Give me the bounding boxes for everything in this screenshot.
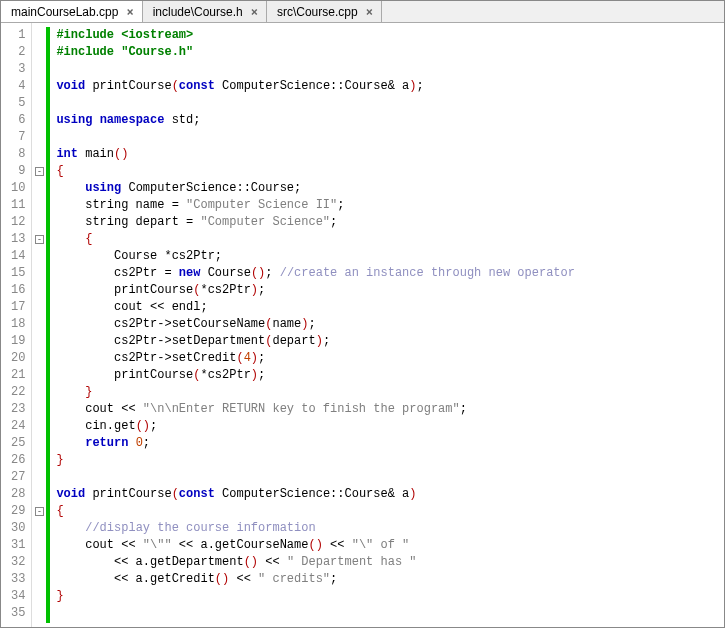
code-line[interactable]: return 0; [56, 435, 716, 452]
code-token: printCourse [85, 487, 171, 501]
code-line[interactable]: using namespace std; [56, 112, 716, 129]
code-token [251, 572, 258, 586]
code-token: << [114, 572, 128, 586]
close-icon[interactable]: × [364, 5, 375, 19]
code-token: ) [409, 487, 416, 501]
line-number: 19 [11, 333, 25, 350]
line-number: 7 [11, 129, 25, 146]
code-token: () [136, 419, 150, 433]
code-line[interactable] [56, 469, 716, 486]
code-line[interactable]: cs2Ptr->setDepartment(depart); [56, 333, 716, 350]
code-token: Course [344, 79, 387, 93]
code-line[interactable]: { [56, 503, 716, 520]
code-line[interactable] [56, 605, 716, 622]
fold-toggle-icon[interactable]: - [35, 507, 44, 516]
code-line[interactable]: cs2Ptr->setCourseName(name); [56, 316, 716, 333]
code-token: printCourse [56, 283, 193, 297]
code-token: ; [330, 572, 337, 586]
code-editor[interactable]: 1234567891011121314151617181920212223242… [1, 23, 724, 627]
fold-column: --- [32, 23, 46, 627]
fold-cell [32, 452, 46, 469]
code-line[interactable]: Course *cs2Ptr; [56, 248, 716, 265]
code-token: cs2Ptr [56, 317, 157, 331]
code-line[interactable]: } [56, 384, 716, 401]
code-line[interactable]: //display the course information [56, 520, 716, 537]
code-line[interactable]: printCourse(*cs2Ptr); [56, 367, 716, 384]
fold-cell [32, 486, 46, 503]
fold-cell [32, 180, 46, 197]
fold-toggle-icon[interactable]: - [35, 167, 44, 176]
code-token: a [395, 79, 409, 93]
code-line[interactable]: { [56, 231, 716, 248]
code-token: int [56, 147, 78, 161]
line-number: 13 [11, 231, 25, 248]
code-line[interactable]: int main() [56, 146, 716, 163]
fold-cell [32, 605, 46, 622]
code-token [56, 232, 85, 246]
tab-2[interactable]: src\Course.cpp× [267, 1, 382, 22]
code-line[interactable]: << a.getCredit() << " credits"; [56, 571, 716, 588]
code-line[interactable]: string depart = "Computer Science"; [56, 214, 716, 231]
code-token: } [56, 589, 63, 603]
code-line[interactable]: } [56, 452, 716, 469]
code-token: setCourseName [172, 317, 266, 331]
code-line[interactable]: #include <iostream> [56, 27, 716, 44]
code-token: using [85, 181, 121, 195]
close-icon[interactable]: × [124, 5, 135, 19]
code-token: . [107, 419, 114, 433]
code-area[interactable]: #include <iostream>#include "Course.h" v… [50, 23, 724, 627]
code-line[interactable]: printCourse(*cs2Ptr); [56, 282, 716, 299]
code-token: ( [172, 487, 179, 501]
code-token [136, 538, 143, 552]
code-token: a [128, 555, 142, 569]
code-line[interactable]: cout << "\"" << a.getCourseName() << "\"… [56, 537, 716, 554]
code-token: :: [330, 487, 344, 501]
fold-cell: - [32, 231, 46, 248]
tab-1[interactable]: include\Course.h× [143, 1, 267, 22]
code-token: ; [143, 436, 150, 450]
code-line[interactable]: } [56, 588, 716, 605]
fold-cell [32, 554, 46, 571]
line-number: 15 [11, 265, 25, 282]
tab-label: src\Course.cpp [277, 5, 358, 19]
code-line[interactable]: cout << endl; [56, 299, 716, 316]
code-token: #include <iostream> [56, 28, 193, 42]
code-line[interactable]: using ComputerScience::Course; [56, 180, 716, 197]
code-line[interactable]: #include "Course.h" [56, 44, 716, 61]
code-token [56, 521, 85, 535]
code-token: " Department has " [287, 555, 417, 569]
code-line[interactable]: void printCourse(const ComputerScience::… [56, 486, 716, 503]
code-line[interactable] [56, 61, 716, 78]
code-line[interactable] [56, 95, 716, 112]
line-number: 14 [11, 248, 25, 265]
code-line[interactable]: cout << "\n\nEnter RETURN key to finish … [56, 401, 716, 418]
code-token: getCourseName [215, 538, 309, 552]
fold-cell [32, 146, 46, 163]
fold-cell [32, 197, 46, 214]
code-line[interactable] [56, 129, 716, 146]
line-number: 16 [11, 282, 25, 299]
line-number: 10 [11, 180, 25, 197]
fold-cell [32, 418, 46, 435]
code-token [56, 572, 114, 586]
code-token: ) [251, 283, 258, 297]
line-number: 2 [11, 44, 25, 61]
fold-toggle-icon[interactable]: - [35, 235, 44, 244]
code-token: = [164, 266, 171, 280]
fold-cell [32, 61, 46, 78]
code-line[interactable]: cin.get(); [56, 418, 716, 435]
code-token: cout [56, 300, 150, 314]
tab-0[interactable]: mainCourseLab.cpp× [1, 1, 143, 22]
code-line[interactable]: { [56, 163, 716, 180]
code-line[interactable]: cs2Ptr = new Course(); //create an insta… [56, 265, 716, 282]
close-icon[interactable]: × [249, 5, 260, 19]
code-token: name [272, 317, 301, 331]
line-number: 27 [11, 469, 25, 486]
code-token [323, 538, 330, 552]
code-line[interactable]: string name = "Computer Science II"; [56, 197, 716, 214]
fold-cell [32, 44, 46, 61]
code-token: ; [337, 198, 344, 212]
code-line[interactable]: void printCourse(const ComputerScience::… [56, 78, 716, 95]
code-line[interactable]: cs2Ptr->setCredit(4); [56, 350, 716, 367]
code-line[interactable]: << a.getDepartment() << " Department has… [56, 554, 716, 571]
